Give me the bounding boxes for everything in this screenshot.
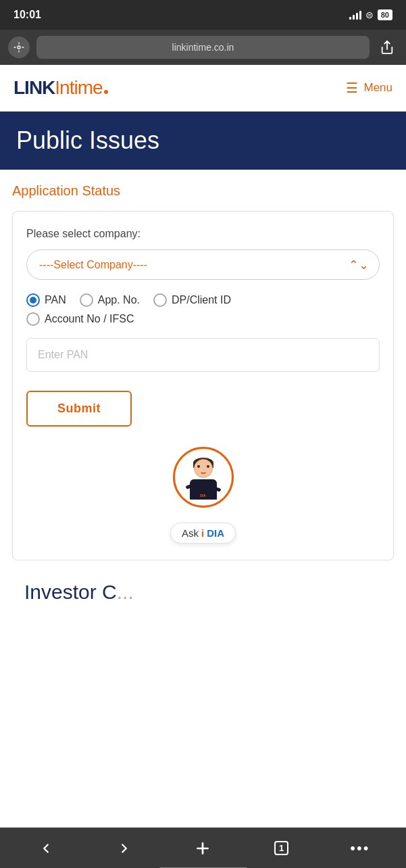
logo: LINK Intime	[14, 77, 108, 99]
company-select[interactable]: ----Select Company----	[26, 249, 380, 280]
search-type-radio-group: PAN App. No. DP/Client ID	[26, 293, 380, 307]
select-company-label: Please select company:	[26, 228, 380, 240]
browser-tab-switcher[interactable]: 1	[267, 834, 297, 863]
browser-back-button[interactable]	[31, 834, 61, 863]
tab-count: 1	[274, 841, 288, 855]
browser-new-tab-button[interactable]	[188, 834, 218, 863]
radio-appno-circle	[80, 293, 93, 307]
avatar-head	[194, 459, 213, 478]
chatbot-container: DIA Ask i DIA	[26, 447, 380, 544]
radio-dpclient-circle	[153, 293, 167, 307]
radio-account[interactable]: Account No / IFSC	[26, 312, 134, 326]
share-button[interactable]	[376, 40, 398, 55]
radio-account-label: Account No / IFSC	[45, 313, 134, 325]
browser-security-icon[interactable]	[8, 37, 30, 58]
investor-section: Investor C...	[12, 560, 394, 610]
radio-dpclient-label: DP/Client ID	[172, 294, 231, 306]
company-select-wrapper: ----Select Company---- ⌃⌄	[26, 249, 380, 280]
pan-input[interactable]	[26, 338, 380, 372]
status-bar: 10:01 ⊜ 80	[0, 0, 406, 30]
status-time: 10:01	[14, 9, 41, 21]
browser-bar: linkintime.co.in	[0, 30, 406, 65]
main-content: Application Status Please select company…	[0, 170, 406, 624]
bottom-browser-nav: 1 •••	[0, 827, 406, 868]
page-content: LINK Intime ☰ Menu Public Issues Applica…	[0, 65, 406, 827]
logo-intime-text: Intime	[55, 77, 102, 99]
battery-indicator: 80	[378, 9, 392, 20]
submit-button[interactable]: Submit	[26, 391, 132, 427]
avatar-body: DIA	[190, 479, 217, 500]
logo-dot	[104, 90, 108, 94]
investor-title: Investor C...	[24, 581, 382, 604]
search-type-radio-group-2: Account No / IFSC	[26, 312, 380, 326]
menu-button[interactable]: ☰ Menu	[346, 80, 392, 96]
more-dots-icon: •••	[350, 840, 370, 857]
dia-highlight: i	[201, 527, 204, 539]
dia-dot: DIA	[207, 527, 224, 539]
navbar: LINK Intime ☰ Menu	[0, 65, 406, 112]
wifi-icon: ⊜	[365, 9, 374, 20]
radio-pan[interactable]: PAN	[26, 293, 66, 307]
chatbot-avatar-bubble[interactable]: DIA	[173, 447, 234, 508]
ask-text: Ask	[182, 527, 199, 539]
radio-pan-circle	[26, 293, 40, 307]
chatbot-bubble-tail	[195, 506, 211, 508]
radio-pan-label: PAN	[45, 294, 66, 306]
ask-dia-label[interactable]: Ask i DIA	[170, 523, 236, 544]
browser-more-button[interactable]: •••	[345, 834, 375, 863]
radio-appno[interactable]: App. No.	[80, 293, 140, 307]
logo-link-text: LINK	[14, 77, 55, 99]
radio-appno-label: App. No.	[98, 294, 140, 306]
hamburger-icon: ☰	[346, 80, 358, 96]
menu-label: Menu	[363, 81, 392, 95]
radio-account-circle	[26, 312, 40, 326]
page-banner: Public Issues	[0, 112, 406, 170]
form-card: Please select company: ----Select Compan…	[12, 211, 394, 560]
status-icons: ⊜ 80	[349, 9, 392, 20]
browser-forward-button[interactable]	[109, 834, 139, 863]
url-bar[interactable]: linkintime.co.in	[36, 36, 370, 59]
svg-point-0	[18, 46, 20, 49]
radio-dpclient[interactable]: DP/Client ID	[153, 293, 231, 307]
chatbot-avatar-figure: DIA	[180, 454, 227, 501]
section-title: Application Status	[12, 183, 394, 199]
signal-icon	[349, 10, 361, 20]
page-title: Public Issues	[16, 126, 390, 155]
